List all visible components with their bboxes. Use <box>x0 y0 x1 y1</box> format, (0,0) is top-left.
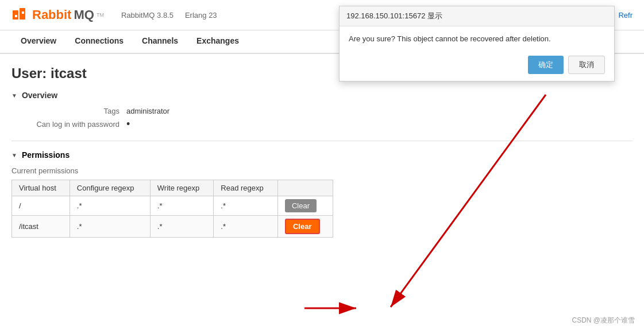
overview-section-header[interactable]: ▼ Overview <box>11 91 633 100</box>
col-vhost: Virtual host <box>12 180 70 196</box>
logo-tm: TM <box>97 12 104 18</box>
row1-vhost: / <box>12 196 70 216</box>
logo-rabbit-text: Rabbit <box>32 7 71 22</box>
row2-configure: .* <box>70 216 150 238</box>
main-content: User: itcast ▼ Overview Tags administrat… <box>0 54 644 249</box>
overview-tags-row: Tags administrator <box>11 107 633 115</box>
nav-connections[interactable]: Connections <box>65 30 133 53</box>
overview-triangle-icon: ▼ <box>11 92 17 99</box>
erlang-version: Erlang 23 <box>185 11 217 20</box>
col-write: Write regexp <box>150 180 214 196</box>
overview-login-row: Can log in with password • <box>11 119 633 129</box>
overview-section-label: Overview <box>22 91 57 100</box>
nav-overview[interactable]: Overview <box>11 30 65 53</box>
col-action <box>277 180 333 196</box>
permissions-section-label: Permissions <box>22 150 70 160</box>
tags-label: Tags <box>11 107 126 115</box>
table-row: /itcast .* .* .* Clear <box>12 216 333 238</box>
login-value: • <box>126 119 130 129</box>
rabbitmq-logo-svg <box>11 6 30 24</box>
row1-action: Clear <box>277 196 333 216</box>
row1-read: .* <box>214 196 278 216</box>
nav-channels[interactable]: Channels <box>133 30 187 53</box>
svg-rect-3 <box>22 11 24 14</box>
permissions-table: Virtual host Configure regexp Write rege… <box>11 180 333 238</box>
section-divider <box>11 141 633 141</box>
row2-action: Clear <box>277 216 333 238</box>
permissions-section-header[interactable]: ▼ Permissions <box>11 150 633 160</box>
tags-value: administrator <box>126 107 169 115</box>
logo: RabbitMQTM <box>11 6 104 24</box>
app-header: RabbitMQTM RabbitMQ 3.8.5 Erlang 23 Refr <box>0 0 644 30</box>
permissions-table-header-row: Virtual host Configure regexp Write rege… <box>12 180 333 196</box>
page-title-prefix: User: <box>11 65 51 81</box>
csdn-watermark: CSDN @凌那个谁雪 <box>572 316 635 325</box>
refresh-button[interactable]: Refr <box>618 11 633 20</box>
clear-button-row1[interactable]: Clear <box>285 199 317 212</box>
main-nav: Overview Connections Channels Exchanges <box>0 30 644 54</box>
row2-write: .* <box>150 216 214 238</box>
table-row: / .* .* .* Clear <box>12 196 333 216</box>
permissions-triangle-icon: ▼ <box>11 152 17 158</box>
page-title: User: itcast <box>11 65 633 81</box>
row1-write: .* <box>150 196 214 216</box>
overview-table: Tags administrator Can log in with passw… <box>11 107 633 129</box>
row2-vhost: /itcast <box>12 216 70 238</box>
row2-read: .* <box>214 216 278 238</box>
rabbitmq-version: RabbitMQ 3.8.5 <box>121 11 173 20</box>
clear-button-row2[interactable]: Clear <box>285 219 320 234</box>
logo-icon <box>11 6 30 24</box>
header-info: RabbitMQ 3.8.5 Erlang 23 <box>121 11 217 20</box>
svg-rect-2 <box>15 15 17 17</box>
logo-mq-text: MQ <box>74 7 94 22</box>
current-permissions-label: Current permissions <box>11 166 633 175</box>
row1-configure: .* <box>70 196 150 216</box>
col-configure: Configure regexp <box>70 180 150 196</box>
login-label: Can log in with password <box>11 120 126 129</box>
page-username: itcast <box>51 65 87 81</box>
nav-exchanges[interactable]: Exchanges <box>187 30 248 53</box>
col-read: Read regexp <box>214 180 278 196</box>
